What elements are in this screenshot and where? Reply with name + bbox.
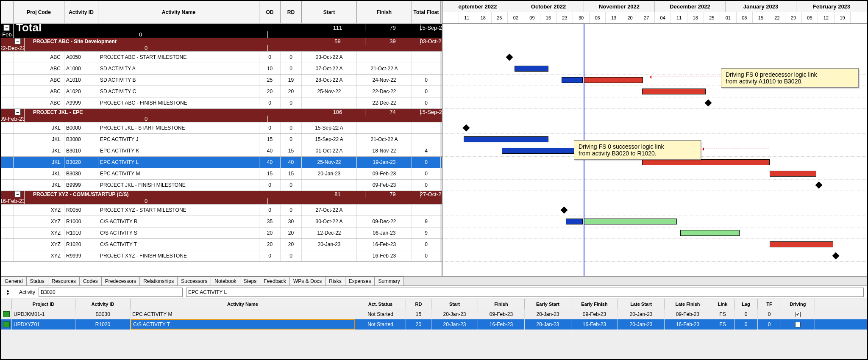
- sc-link: FS: [711, 319, 734, 330]
- milestone-icon[interactable]: [463, 125, 470, 132]
- collapse-icon[interactable]: –: [14, 191, 21, 197]
- milestone-icon[interactable]: [832, 252, 839, 260]
- cell-proj-code: ABC: [14, 86, 64, 97]
- tab-resources[interactable]: Resources: [48, 277, 80, 285]
- col-activity-id[interactable]: Activity ID: [64, 1, 98, 23]
- sc-tf[interactable]: TF: [758, 299, 781, 309]
- grid-row[interactable]: – PROJECT XYZ - COMM./STARTUP (C/S) 8179…: [1, 191, 442, 205]
- cell-od: 35: [259, 216, 281, 227]
- tab-steps[interactable]: Steps: [240, 277, 261, 285]
- grid-row[interactable]: XYZ R1020 C/S ACTIVITY T 20 20 20-Jan-23…: [1, 239, 442, 250]
- tab-feedback[interactable]: Feedback: [260, 277, 290, 285]
- grid-row[interactable]: XYZ R9999 PROJECT XYZ - FINISH MILESTONE…: [1, 250, 442, 262]
- gantt-bar[interactable]: [502, 148, 582, 154]
- gantt-bar[interactable]: [584, 219, 677, 224]
- grid-row[interactable]: JKL B3030 EPC ACTIVITY M 15 15 20-Jan-23…: [1, 168, 442, 180]
- col-proj-code[interactable]: Proj Code: [14, 1, 64, 23]
- grid-row[interactable]: XYZ R0050 PROJECT XYZ - START MILESTONE …: [1, 205, 442, 216]
- grid-row[interactable]: ABC A0050 PROJECT ABC - START MILESTONE …: [1, 52, 442, 63]
- gantt-bar[interactable]: [584, 77, 643, 83]
- sc-drv[interactable]: Driving: [781, 299, 815, 309]
- gantt-bar[interactable]: [562, 77, 583, 83]
- grid-row[interactable]: JKL B3000 EPC ACTIVITY J 15 0 15-Sep-22 …: [1, 134, 442, 145]
- activity-name-field[interactable]: [186, 288, 864, 297]
- driving-checkbox[interactable]: ✔: [795, 312, 801, 317]
- activity-spinner[interactable]: ▲▼: [4, 289, 11, 296]
- sc-start: 20-Jan-23: [431, 309, 478, 319]
- collapse-icon[interactable]: –: [14, 38, 21, 44]
- grid-row[interactable]: JKL B3010 EPC ACTIVITY K 40 15 01-Oct-22…: [1, 145, 442, 157]
- sc-name[interactable]: Activity Name: [131, 299, 355, 309]
- cell-finish: 09-Feb-23: [357, 168, 412, 179]
- sc-lag[interactable]: Lag: [734, 299, 758, 309]
- tab-relationships[interactable]: Relationships: [139, 277, 178, 285]
- driving-checkbox[interactable]: ✔: [795, 322, 801, 327]
- gantt-bar[interactable]: [642, 159, 770, 165]
- milestone-icon[interactable]: [560, 207, 568, 214]
- collapse-icon[interactable]: –: [3, 25, 10, 31]
- col-activity-name[interactable]: Activity Name: [98, 1, 259, 23]
- tab-risks[interactable]: Risks: [325, 277, 345, 285]
- grid-row[interactable]: – PROJECT JKL - EPC 10674 15-Sep-22 A09-…: [1, 109, 442, 122]
- grid-row[interactable]: ABC A1010 SD ACTIVITY B 25 19 28-Oct-22 …: [1, 75, 442, 86]
- tab-summary[interactable]: Summary: [374, 277, 403, 285]
- gantt-bar[interactable]: [642, 89, 706, 94]
- tab-notebook[interactable]: Notebook: [211, 277, 240, 285]
- grid-row[interactable]: XYZ R1010 C/S ACTIVITY S 20 20 12-Dec-22…: [1, 227, 442, 239]
- sc-ef[interactable]: Early Finish: [571, 299, 618, 309]
- milestone-icon[interactable]: [705, 100, 712, 107]
- gantt-bar[interactable]: [566, 219, 583, 224]
- sc-link[interactable]: Link: [711, 299, 734, 309]
- sc-ef: 09-Feb-23: [571, 309, 618, 319]
- grid-row[interactable]: JKL B3020 EPC ACTIVITY L 40 40 25-Nov-22…: [1, 157, 442, 168]
- day-header: 13: [606, 12, 622, 24]
- gantt-bar[interactable]: [515, 66, 548, 72]
- grid-row[interactable]: ABC A1000 SD ACTIVITY A 10 0 07-Oct-22 A…: [1, 63, 442, 75]
- gantt-bar[interactable]: [770, 241, 833, 247]
- cell-activity-name: EPC ACTIVITY L: [98, 157, 259, 168]
- col-od[interactable]: OD: [259, 1, 281, 23]
- gantt-bar[interactable]: [464, 136, 548, 142]
- tab-wps-docs[interactable]: WPs & Docs: [289, 277, 326, 285]
- project-badge-icon: [3, 311, 10, 317]
- col-finish[interactable]: Finish: [357, 1, 412, 23]
- sc-es: 20-Jan-23: [525, 319, 571, 330]
- successor-row[interactable]: UPDJKM01-1 B3030 EPC ACTIVITY M Not Star…: [1, 309, 867, 319]
- sc-es[interactable]: Early Start: [525, 299, 571, 309]
- successor-row[interactable]: UPDXYZ01 R1020 C/S ACTIVITY T Not Starte…: [1, 319, 867, 330]
- milestone-icon[interactable]: [506, 54, 513, 61]
- gantt-bar[interactable]: [770, 171, 816, 177]
- sc-ls[interactable]: Late Start: [618, 299, 665, 309]
- tab-successors[interactable]: Successors: [177, 277, 211, 285]
- grid-row[interactable]: ABC A9999 PROJECT ABC - FINISH MILESTONE…: [1, 97, 442, 109]
- col-rd[interactable]: RD: [281, 1, 302, 23]
- sc-lf[interactable]: Late Finish: [665, 299, 711, 309]
- grid-row[interactable]: JKL B0000 PROJECT JKL - START MILESTONE …: [1, 122, 442, 134]
- tab-status[interactable]: Status: [26, 277, 48, 285]
- collapse-icon[interactable]: –: [14, 109, 21, 115]
- sc-lag: 0: [734, 309, 758, 319]
- cell-finish: 18-Nov-22: [357, 145, 412, 156]
- gantt-bar[interactable]: [680, 230, 740, 236]
- grid-row[interactable]: XYZ R1000 C/S ACTIVITY R 35 30 30-Oct-22…: [1, 216, 442, 227]
- milestone-icon[interactable]: [815, 182, 822, 189]
- sc-start[interactable]: Start: [431, 299, 478, 309]
- sc-status[interactable]: Act. Status: [355, 299, 406, 309]
- sc-id[interactable]: Activity ID: [75, 299, 131, 309]
- grid-row[interactable]: JKL B9999 PROJECT JKL - FINISH MILESTONE…: [1, 180, 442, 191]
- grid-row[interactable]: – PROJECT ABC - Site Development 5939 03…: [1, 38, 442, 52]
- tab-codes[interactable]: Codes: [79, 277, 102, 285]
- col-total-float[interactable]: Total Float: [412, 1, 441, 23]
- sc-fin[interactable]: Finish: [478, 299, 525, 309]
- grid-row[interactable]: ABC A1020 SD ACTIVITY C 20 20 25-Nov-22 …: [1, 86, 442, 97]
- tab-general[interactable]: General: [1, 277, 27, 285]
- grid-row[interactable]: – Total 11179 15-Sep-22 A16-Feb-230: [1, 24, 442, 38]
- sc-rd[interactable]: RD: [406, 299, 431, 309]
- sc-proj[interactable]: Project ID: [12, 299, 75, 309]
- gantt-row: [442, 38, 867, 52]
- activity-id-field[interactable]: [39, 288, 183, 297]
- tab-predecessors[interactable]: Predecessors: [101, 277, 140, 285]
- tab-expenses[interactable]: Expenses: [345, 277, 375, 285]
- cell-start: [302, 180, 357, 191]
- col-start[interactable]: Start: [302, 1, 357, 23]
